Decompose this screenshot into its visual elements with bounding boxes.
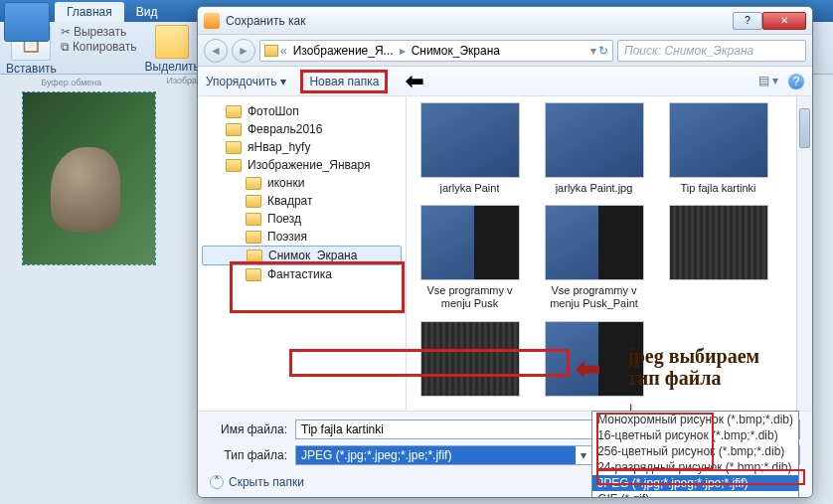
filetype-label: Тип файла: xyxy=(210,448,287,462)
bottom-panel: Имя файла: Tip fajla kartinki ▾ Тип файл… xyxy=(198,411,812,497)
file-tile[interactable]: jarlyka Paint.jpg xyxy=(537,102,651,195)
folder-icon xyxy=(264,45,278,57)
tree-item[interactable]: Поезд xyxy=(202,210,402,228)
canvas-selection[interactable] xyxy=(22,91,156,265)
tree-item[interactable]: иконки xyxy=(202,174,402,192)
folder-icon xyxy=(246,231,261,244)
scrollbar-thumb[interactable] xyxy=(799,108,810,148)
breadcrumb-seg2[interactable]: Снимок_Экрана xyxy=(408,44,504,58)
tree-item-label: Поэзия xyxy=(267,230,307,244)
organize-menu[interactable]: Упорядочить ▾ xyxy=(206,75,286,88)
addr-dropdown[interactable]: ▾ xyxy=(590,44,596,58)
filetype-option[interactable]: Монохромный рисунок (*.bmp;*.dib) xyxy=(592,412,798,427)
tree-item[interactable]: Квадрат xyxy=(202,192,402,210)
tree-item-label: ФотоШоп xyxy=(248,104,299,118)
file-thumbnail xyxy=(420,205,520,280)
tree-item[interactable]: Фантастика xyxy=(202,265,402,283)
forward-button[interactable]: ► xyxy=(232,39,255,63)
titlebar: Сохранить как ? ✕ xyxy=(198,7,812,35)
tree-item-label: Снимок_Экрана xyxy=(268,249,357,262)
filetype-option[interactable]: GIF (*.gif) xyxy=(592,491,798,498)
file-name: Vse programmy v menju Pusk_Paint xyxy=(537,284,651,310)
annotation-arrow-left: ⬅ xyxy=(406,69,423,94)
folder-icon xyxy=(246,268,261,281)
tree-item[interactable]: ФотоШоп xyxy=(202,102,402,120)
ribbon-tab-main[interactable]: Главная xyxy=(55,2,124,22)
canvas-image xyxy=(23,92,155,264)
filetype-option[interactable]: 16-цветный рисунок (*.bmp;*.dib) xyxy=(592,427,798,443)
help-button[interactable]: ? xyxy=(733,12,762,30)
file-tab[interactable] xyxy=(4,2,50,42)
file-tile[interactable]: Vse programmy v menju Pusk xyxy=(413,205,527,310)
folder-icon xyxy=(226,141,242,154)
file-name: jarlyka Paint.jpg xyxy=(556,182,633,195)
toolbar: Упорядочить ▾ Новая папка ⬅ ▤ ▾ ? xyxy=(198,67,812,96)
copy-button[interactable]: ⧉ Копировать xyxy=(61,40,137,54)
select-label: Выделить xyxy=(145,60,200,74)
close-button[interactable]: ✕ xyxy=(762,12,806,30)
folder-icon xyxy=(246,177,261,190)
file-tile[interactable] xyxy=(413,321,527,397)
file-tile[interactable]: jarlyka Paint xyxy=(413,102,527,195)
filetype-option[interactable]: 24-разрядный рисунок (*.bmp;*.dib) xyxy=(592,459,798,475)
clipboard-small: ✂ Вырезать ⧉ Копировать xyxy=(61,25,137,76)
breadcrumb-seg1[interactable]: Изображение_Я... xyxy=(289,44,398,58)
file-name: jarlyka Paint xyxy=(440,182,500,195)
file-name: Vse programmy v menju Pusk xyxy=(413,284,527,310)
cut-button[interactable]: ✂ Вырезать xyxy=(61,25,137,39)
file-thumbnail xyxy=(545,102,644,178)
folder-icon xyxy=(247,250,262,262)
help-icon[interactable]: ? xyxy=(788,74,804,89)
file-thumbnail xyxy=(545,205,644,280)
tree-item[interactable]: Изображение_Января xyxy=(202,156,402,174)
tree-item[interactable]: яНвар_hyfy xyxy=(202,138,402,156)
chevron-down-icon: ▾ xyxy=(280,75,286,88)
paste-label: Вставить xyxy=(6,62,57,76)
tree-item-label: Фантастика xyxy=(267,267,332,281)
tree-item[interactable]: Поэзия xyxy=(202,228,402,246)
annotation-arrow-jpeg: ⬅ xyxy=(576,351,600,386)
file-thumbnail xyxy=(669,102,768,178)
folder-icon xyxy=(246,195,261,208)
tree-item-label: иконки xyxy=(267,176,304,190)
tree-item-label: Февраль2016 xyxy=(248,122,322,136)
tree-item[interactable]: Февраль2016 xyxy=(202,120,402,138)
filetype-option[interactable]: 256-цветный рисунок (*.bmp;*.dib) xyxy=(592,443,798,459)
filetype-dropdown: Монохромный рисунок (*.bmp;*.dib)16-цвет… xyxy=(591,411,799,498)
folder-icon xyxy=(246,213,261,226)
search-input[interactable]: Поиск: Снимок_Экрана xyxy=(617,40,806,62)
ribbon-tab-view[interactable]: Вид xyxy=(124,2,170,22)
view-options-button[interactable]: ▤ ▾ xyxy=(758,74,778,89)
scrollbar-vertical[interactable] xyxy=(796,96,812,411)
refresh-button[interactable]: ↻ xyxy=(598,44,608,58)
navbar: ◄ ► « Изображение_Я... ▸ Снимок_Экрана ▾… xyxy=(198,35,812,67)
folder-icon xyxy=(226,123,242,136)
file-thumbnail xyxy=(420,321,520,397)
file-tile[interactable]: Vse programmy v menju Pusk_Paint xyxy=(537,205,651,310)
annotation-text-jpeg: jpeg выбираем тип файла xyxy=(627,345,759,389)
filetype-value: JPEG (*.jpg;*.jpeg;*.jpe;*.jfif) xyxy=(296,446,576,464)
tree-item[interactable]: Снимок_Экрана xyxy=(202,246,402,265)
file-tile[interactable]: Tip fajla kartinki xyxy=(661,102,775,195)
file-thumbnail xyxy=(420,102,520,178)
file-thumbnail xyxy=(669,205,768,280)
folder-tree[interactable]: ФотоШопФевраль2016яНвар_hyfyИзображение_… xyxy=(198,96,407,411)
select-button[interactable] xyxy=(155,25,189,59)
clipboard-group-label: Буфер обмена xyxy=(41,78,101,87)
file-tile[interactable] xyxy=(661,205,775,310)
file-name: Tip fajla kartinki xyxy=(680,182,755,195)
filetype-dropdown-button[interactable]: ▾ xyxy=(576,448,591,462)
new-folder-button[interactable]: Новая папка xyxy=(300,70,388,93)
back-button[interactable]: ◄ xyxy=(204,39,228,63)
tree-item-label: Квадрат xyxy=(267,194,313,208)
chevron-up-icon: ˄ xyxy=(210,475,224,489)
address-bar[interactable]: « Изображение_Я... ▸ Снимок_Экрана ▾ ↻ xyxy=(259,40,613,62)
tree-item-label: Изображение_Января xyxy=(248,158,371,172)
dialog-title: Сохранить как xyxy=(226,14,733,28)
folder-icon xyxy=(226,159,242,172)
filetype-combo[interactable]: JPEG (*.jpg;*.jpeg;*.jpe;*.jfif) ▾ Монох… xyxy=(295,445,800,465)
folder-icon xyxy=(226,105,242,118)
search-placeholder: Поиск: Снимок_Экрана xyxy=(624,44,753,58)
tree-item-label: яНвар_hyfy xyxy=(248,140,310,154)
filetype-option[interactable]: JPEG (*.jpg;*.jpeg;*.jpe;*.jfif) xyxy=(592,475,798,491)
